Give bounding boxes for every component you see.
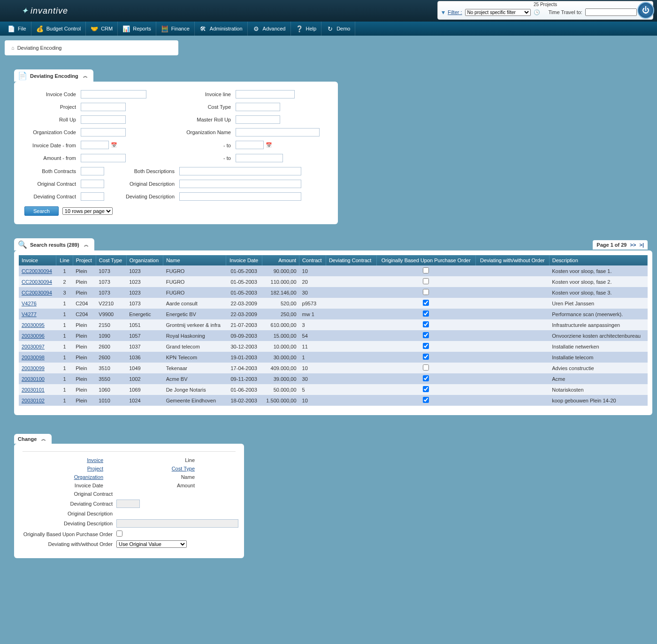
search-section-tab[interactable]: 📄 Deviating Encoding ︽ xyxy=(14,69,93,82)
orig-po-checkbox[interactable] xyxy=(423,332,429,338)
power-button[interactable]: ⏻ xyxy=(637,2,654,19)
both-descriptions-input[interactable] xyxy=(179,167,301,175)
org-code-input[interactable] xyxy=(81,128,126,136)
amount-from-input[interactable] xyxy=(81,154,126,162)
invoice-link[interactable]: CC20030094 xyxy=(22,268,52,274)
filter-select[interactable]: No project specific filter xyxy=(465,9,531,16)
change-deviating-description-input[interactable] xyxy=(116,519,238,528)
invoice-link[interactable]: 20030099 xyxy=(22,365,45,371)
menu-finance[interactable]: 🧮Finance xyxy=(156,22,195,36)
invoice-link[interactable]: 20030095 xyxy=(22,322,45,328)
orig-po-checkbox[interactable] xyxy=(423,267,429,273)
home-icon[interactable]: ⌂ xyxy=(11,45,15,51)
col-0[interactable]: Invoice xyxy=(19,255,56,265)
project-input[interactable] xyxy=(81,103,126,111)
col-4[interactable]: Organization xyxy=(126,255,163,265)
results-table: InvoiceLineProjectCost TypeOrganizationN… xyxy=(19,255,648,406)
orig-po-checkbox[interactable] xyxy=(423,289,429,295)
menu-advanced[interactable]: ⚙Advanced xyxy=(248,22,291,36)
invoice-link[interactable]: 20030096 xyxy=(22,333,45,339)
invoice-code-input[interactable] xyxy=(81,90,146,98)
change-project-link[interactable]: Project xyxy=(23,466,107,471)
time-travel-input[interactable] xyxy=(585,8,637,16)
orig-po-checkbox[interactable] xyxy=(423,364,429,371)
menu-reports[interactable]: 📊Reports xyxy=(118,22,156,36)
amount-to-input[interactable] xyxy=(236,154,283,162)
table-row: 200300961Plein10901057Royal Haskoning09-… xyxy=(19,330,648,341)
menu-file[interactable]: 📄File xyxy=(3,22,31,36)
menu-demo[interactable]: ↻Demo xyxy=(321,22,355,36)
col-7[interactable]: Amount xyxy=(262,255,299,265)
col-11[interactable]: Deviating with/without Order xyxy=(476,255,550,265)
change-organization-link[interactable]: Organization xyxy=(23,474,107,480)
chevron-up-icon[interactable]: ︽ xyxy=(84,242,89,248)
calendar-icon[interactable]: 📅 xyxy=(111,142,118,150)
deviating-description-input[interactable] xyxy=(179,192,301,201)
col-1[interactable]: Line xyxy=(56,255,73,265)
invoice-link[interactable]: 20030098 xyxy=(22,355,45,360)
col-10[interactable]: Originally Based Upon Purchase Order xyxy=(376,255,475,265)
both-contracts-input[interactable] xyxy=(81,167,104,175)
change-dev-order-select[interactable]: Use Original Value xyxy=(116,540,187,548)
invoice-date-to-input[interactable] xyxy=(236,141,264,149)
invoice-link[interactable]: 20030097 xyxy=(22,344,45,349)
change-deviating-contract-input[interactable] xyxy=(116,500,140,508)
col-2[interactable]: Project xyxy=(73,255,96,265)
col-12[interactable]: Description xyxy=(549,255,647,265)
invoice-link[interactable]: 20030102 xyxy=(22,398,45,403)
change-cost-type-link[interactable]: Cost Type xyxy=(145,466,199,471)
label-deviating-description: Deviating Description xyxy=(104,194,179,199)
menu-icon: 💰 xyxy=(36,25,44,32)
invoice-link[interactable]: CC20030094 xyxy=(22,279,52,285)
invoice-line-input[interactable] xyxy=(236,90,295,98)
table-row: 200300951Plein21501051Grontmij verkeer &… xyxy=(19,319,648,330)
original-description-input[interactable] xyxy=(179,180,301,188)
col-8[interactable]: Contract xyxy=(299,255,326,265)
orig-po-checkbox[interactable] xyxy=(423,386,429,392)
org-name-input[interactable] xyxy=(236,128,320,136)
invoice-link[interactable]: 20030101 xyxy=(22,387,45,393)
deviating-contract-input[interactable] xyxy=(81,192,104,201)
table-row: 200301021Plein10101024Gemeente Eindhoven… xyxy=(19,395,648,406)
menu-icon: 🤝 xyxy=(91,25,98,32)
invoice-link[interactable]: V4276 xyxy=(22,301,37,306)
menu-help[interactable]: ❔Help xyxy=(291,22,322,36)
original-contract-input[interactable] xyxy=(81,180,104,188)
orig-po-checkbox[interactable] xyxy=(423,375,429,381)
col-6[interactable]: Invoice Date xyxy=(226,255,262,265)
change-section-tab[interactable]: Change ︽ xyxy=(14,434,52,444)
invoice-link[interactable]: 20030100 xyxy=(22,376,45,382)
invoice-date-from-input[interactable] xyxy=(81,141,109,149)
cost-type-input[interactable] xyxy=(236,103,280,111)
orig-po-checkbox[interactable] xyxy=(423,321,429,327)
orig-po-checkbox[interactable] xyxy=(423,343,429,349)
invoice-link[interactable]: CC20030094 xyxy=(22,290,52,295)
menu-crm[interactable]: 🤝CRM xyxy=(86,22,118,36)
master-roll-up-input[interactable] xyxy=(236,115,280,124)
filter-link[interactable]: Filter : xyxy=(448,9,462,15)
pager-last[interactable]: >| xyxy=(639,242,644,248)
col-5[interactable]: Name xyxy=(163,255,226,265)
change-orig-po-checkbox[interactable] xyxy=(116,530,122,537)
roll-up-input[interactable] xyxy=(81,115,126,124)
orig-po-checkbox[interactable] xyxy=(423,300,429,306)
menu-budget-control[interactable]: 💰Budget Control xyxy=(31,22,86,36)
orig-po-checkbox[interactable] xyxy=(423,311,429,317)
results-section-tab[interactable]: 🔍 Search results (289) ︽ xyxy=(14,238,94,250)
pager-next[interactable]: >> xyxy=(630,242,636,248)
label-both-contracts: Both Contracts xyxy=(24,168,81,174)
orig-po-checkbox[interactable] xyxy=(423,397,429,403)
orig-po-checkbox[interactable] xyxy=(423,278,429,284)
chevron-up-icon[interactable]: ︽ xyxy=(83,73,88,79)
orig-po-checkbox[interactable] xyxy=(423,354,429,360)
menu-administration[interactable]: 🛠Administration xyxy=(195,22,248,36)
calendar-icon[interactable]: 📅 xyxy=(266,142,273,150)
invoice-link[interactable]: V4277 xyxy=(22,311,37,317)
search-button[interactable]: Search xyxy=(24,206,59,216)
col-9[interactable]: Deviating Contract xyxy=(326,255,376,265)
chevron-up-icon[interactable]: ︽ xyxy=(41,436,46,442)
col-3[interactable]: Cost Type xyxy=(96,255,126,265)
rows-per-page-select[interactable]: 10 rows per page xyxy=(62,207,113,215)
table-row: CC200300942Plein10731023FUGRO01-05-20031… xyxy=(19,276,648,287)
change-invoice-link[interactable]: Invoice xyxy=(23,457,107,463)
